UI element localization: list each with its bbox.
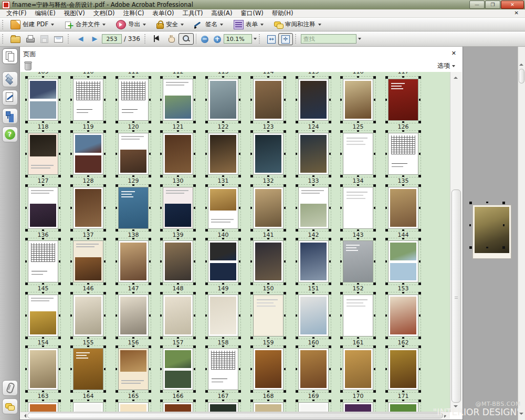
selection-handle[interactable]: [149, 238, 151, 240]
thumbnail-page[interactable]: [73, 348, 103, 390]
selection-handle[interactable]: [469, 202, 472, 204]
menu-item-9[interactable]: 帮助(H): [268, 9, 298, 17]
thumbnail-page[interactable]: [253, 348, 284, 390]
selection-handle[interactable]: [502, 246, 505, 249]
selection-handle[interactable]: [250, 345, 253, 348]
menu-item-1[interactable]: 编辑(E): [31, 9, 60, 17]
thumbnail-frame[interactable]: [71, 346, 106, 392]
thumbnail-frame[interactable]: [251, 346, 286, 392]
thumbnail-page[interactable]: [388, 240, 418, 282]
zoom-in-button[interactable]: +: [211, 34, 224, 44]
selection-handle[interactable]: [284, 130, 286, 133]
selection-handle[interactable]: [205, 238, 208, 240]
selection-handle[interactable]: [25, 292, 28, 295]
selection-handle[interactable]: [103, 400, 106, 402]
thumbnail-page[interactable]: [118, 295, 149, 337]
selection-handle[interactable]: [193, 345, 196, 348]
thumbnail-frame[interactable]: [296, 77, 331, 123]
selection-handle[interactable]: [296, 76, 298, 79]
thumbnail-page[interactable]: [28, 133, 58, 175]
selection-handle[interactable]: [418, 400, 421, 402]
tab-how-to[interactable]: ?: [2, 127, 18, 142]
selection-handle[interactable]: [25, 184, 28, 187]
panel-scroll-thumb[interactable]: [452, 190, 461, 403]
selection-handle[interactable]: [373, 345, 376, 348]
selection-handle[interactable]: [340, 292, 343, 295]
selection-handle[interactable]: [116, 76, 118, 79]
selection-handle[interactable]: [25, 238, 28, 240]
selection-handle[interactable]: [193, 400, 196, 402]
selection-handle[interactable]: [385, 184, 388, 187]
selection-handle[interactable]: [103, 238, 106, 240]
thumbnail-page[interactable]: [298, 133, 329, 175]
thumbnail-frame[interactable]: [26, 131, 60, 177]
thumbnail-frame[interactable]: [251, 131, 286, 177]
save-button[interactable]: [37, 34, 51, 44]
selection-handle[interactable]: [160, 292, 163, 295]
forms-button[interactable]: 表单: [231, 19, 266, 30]
selection-handle[interactable]: [193, 238, 196, 240]
thumbnail-frame[interactable]: [251, 185, 286, 231]
menu-item-8[interactable]: 窗口(W): [236, 9, 267, 17]
thumbnail-page[interactable]: [163, 133, 193, 175]
thumbnail-frame[interactable]: [386, 77, 421, 123]
thumbnail-page[interactable]: [28, 79, 58, 121]
thumbnail-frame[interactable]: [206, 77, 240, 123]
selection-handle[interactable]: [70, 238, 73, 240]
thumbnail-frame[interactable]: [206, 131, 240, 177]
thumbnail-page[interactable]: [163, 402, 193, 412]
selection-handle[interactable]: [149, 130, 151, 133]
selection-handle[interactable]: [58, 184, 61, 187]
selection-handle[interactable]: [116, 292, 118, 295]
selection-handle[interactable]: [385, 345, 388, 348]
selection-handle[interactable]: [296, 238, 298, 240]
thumbnail-page[interactable]: [208, 133, 238, 175]
thumbnail-page[interactable]: [73, 187, 103, 229]
selection-handle[interactable]: [193, 130, 196, 133]
menu-item-6[interactable]: 工具(T): [178, 9, 207, 17]
selection-handle[interactable]: [329, 76, 331, 79]
thumbnail-frame[interactable]: [206, 400, 240, 412]
find-dropdown-caret[interactable]: [358, 38, 361, 40]
selection-handle[interactable]: [103, 292, 106, 295]
selection-handle[interactable]: [250, 292, 253, 295]
thumbnail-page[interactable]: [208, 402, 238, 412]
selection-handle[interactable]: [418, 238, 421, 240]
thumbnail-page[interactable]: [253, 240, 284, 282]
thumbnail-page[interactable]: [343, 348, 373, 390]
thumbnail-page[interactable]: [208, 295, 238, 337]
selection-handle[interactable]: [160, 184, 163, 187]
thumbnail-frame[interactable]: [206, 185, 240, 231]
selection-handle[interactable]: [205, 76, 208, 79]
panel-horizontal-scrollbar[interactable]: [20, 412, 450, 419]
selection-handle[interactable]: [418, 76, 421, 79]
thumbnail-frame[interactable]: [206, 292, 240, 339]
selection-handle[interactable]: [385, 130, 388, 133]
sign-button[interactable]: 签名: [192, 19, 226, 30]
menu-item-0[interactable]: 文件(F): [2, 9, 31, 17]
previous-view-button[interactable]: ◀: [74, 34, 88, 44]
thumbnail-frame[interactable]: [26, 400, 60, 412]
thumbnail-page[interactable]: [343, 133, 373, 175]
panel-options-button[interactable]: 选项: [437, 61, 455, 70]
thumbnail-page[interactable]: [73, 295, 103, 337]
thumbnail-frame[interactable]: [26, 292, 60, 339]
thumbnail-page[interactable]: [208, 348, 238, 390]
selection-handle[interactable]: [193, 184, 196, 187]
selection-handle[interactable]: [329, 184, 331, 187]
thumbnail-frame[interactable]: [206, 238, 240, 285]
selection-handle[interactable]: [373, 76, 376, 79]
selection-handle[interactable]: [373, 400, 376, 402]
tab-comments[interactable]: [2, 398, 18, 414]
selection-handle[interactable]: [329, 238, 331, 240]
selection-handle[interactable]: [373, 130, 376, 133]
selection-handle[interactable]: [58, 292, 61, 295]
combine-files-button[interactable]: 合并文件: [62, 19, 108, 30]
selection-handle[interactable]: [373, 238, 376, 240]
thumbnail-page[interactable]: [253, 187, 284, 229]
thumbnail-page[interactable]: [388, 133, 418, 175]
selection-handle[interactable]: [149, 292, 151, 295]
thumbnail-page[interactable]: [298, 240, 329, 282]
selection-handle[interactable]: [385, 238, 388, 240]
selection-handle[interactable]: [160, 345, 163, 348]
